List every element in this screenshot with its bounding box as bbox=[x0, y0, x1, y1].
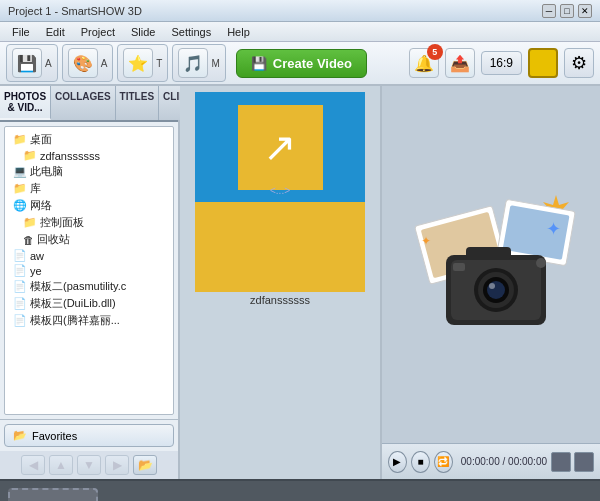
tab-titles[interactable]: TITLES bbox=[116, 86, 159, 120]
svg-text:✦: ✦ bbox=[546, 219, 561, 239]
notification-area: 🔔 5 bbox=[409, 48, 439, 78]
arrow-up-icon: ↗ bbox=[263, 124, 297, 170]
collage-yellow-box: ↗ bbox=[238, 105, 323, 190]
tool-group-2: 🎨 A bbox=[62, 44, 114, 82]
preview-panel: ✦ ✦ ▶ ■ 🔁 00:00:00 / 00:00:00 bbox=[380, 86, 600, 479]
play-button[interactable]: ▶ bbox=[388, 451, 407, 473]
center-panel: ↗ <...> zdfanssssss bbox=[180, 86, 380, 479]
collages-area: ↗ <...> zdfanssssss bbox=[180, 86, 380, 479]
maximize-button[interactable]: □ bbox=[560, 4, 574, 18]
minimize-button[interactable]: ─ bbox=[542, 4, 556, 18]
computer-icon: 💻 bbox=[13, 165, 27, 178]
toolbar: 💾 A 🎨 A ⭐ T 🎵 M 💾 Create Video 🔔 5 📤 16:… bbox=[0, 42, 600, 86]
playback-bar: ▶ ■ 🔁 00:00:00 / 00:00:00 bbox=[382, 443, 600, 479]
nav-right-button[interactable]: ▶ bbox=[105, 455, 129, 475]
file-tree[interactable]: 📁 桌面 📁 zdfanssssss 💻 此电脑 📁 库 🌐 网络 📁 bbox=[4, 126, 174, 415]
tool-music-button[interactable]: 🎵 bbox=[178, 48, 208, 78]
folder-icon: 📁 bbox=[13, 133, 27, 146]
collage-label: zdfanssssss bbox=[250, 292, 310, 308]
screen-btn-2[interactable] bbox=[574, 452, 594, 472]
tree-item-ye[interactable]: 📄 ye bbox=[9, 263, 169, 278]
favorites-label: Favorites bbox=[32, 430, 77, 442]
screen-buttons bbox=[551, 452, 594, 472]
tool-label-m: M bbox=[211, 58, 219, 69]
nav-up-button[interactable]: ▲ bbox=[49, 455, 73, 475]
create-video-label: Create Video bbox=[273, 56, 352, 71]
tree-item-template2[interactable]: 📄 模板二(pasmutility.c bbox=[9, 278, 169, 295]
favorites-button[interactable]: 📂 Favorites bbox=[4, 424, 174, 447]
folder-icon: 📁 bbox=[13, 182, 27, 195]
file-icon: 📄 bbox=[13, 314, 27, 327]
stop-button[interactable]: ■ bbox=[411, 451, 430, 473]
tab-collages[interactable]: COLLAGES bbox=[51, 86, 116, 120]
menu-file[interactable]: File bbox=[4, 24, 38, 40]
tool-group-1: 💾 A bbox=[6, 44, 58, 82]
color-button[interactable] bbox=[528, 48, 558, 78]
tool-save-button[interactable]: 💾 bbox=[12, 48, 42, 78]
tree-item-desktop[interactable]: 📁 桌面 bbox=[9, 131, 169, 148]
time-display: 00:00:00 / 00:00:00 bbox=[461, 456, 547, 467]
tree-item-recycle[interactable]: 🗑 回收站 bbox=[9, 231, 169, 248]
menu-slide[interactable]: Slide bbox=[123, 24, 163, 40]
collage-bottom-part bbox=[195, 202, 365, 292]
menu-edit[interactable]: Edit bbox=[38, 24, 73, 40]
file-icon: 📄 bbox=[13, 280, 27, 293]
tree-item-template3[interactable]: 📄 模板三(DuiLib.dll) bbox=[9, 295, 169, 312]
tree-item-zdfan[interactable]: 📁 zdfanssssss bbox=[9, 148, 169, 163]
create-video-button[interactable]: 💾 Create Video bbox=[236, 49, 367, 78]
tool-label-a2: A bbox=[101, 58, 108, 69]
tab-bar: PHOTOS & VID... COLLAGES TITLES CLIPS bbox=[0, 86, 178, 122]
camera-illustration: ✦ ✦ bbox=[391, 185, 591, 345]
favorites-bar: 📂 Favorites bbox=[0, 419, 178, 451]
tree-item-library[interactable]: 📁 库 bbox=[9, 180, 169, 197]
svg-point-12 bbox=[487, 281, 505, 299]
tool-star-button[interactable]: ⭐ bbox=[123, 48, 153, 78]
tree-item-computer[interactable]: 💻 此电脑 bbox=[9, 163, 169, 180]
svg-rect-15 bbox=[453, 263, 465, 271]
save-icon: 💾 bbox=[251, 56, 267, 71]
title-bar: Project 1 - SmartSHOW 3D ─ □ ✕ bbox=[0, 0, 600, 22]
svg-rect-14 bbox=[466, 247, 511, 259]
tool-label-a1: A bbox=[45, 58, 52, 69]
window-title: Project 1 - SmartSHOW 3D bbox=[8, 5, 142, 17]
nav-left-button[interactable]: ◀ bbox=[21, 455, 45, 475]
tree-item-control-panel[interactable]: 📁 控制面板 bbox=[9, 214, 169, 231]
tool-label-t: T bbox=[156, 58, 162, 69]
folder-icon: 📁 bbox=[23, 216, 37, 229]
tool-paint-button[interactable]: 🎨 bbox=[68, 48, 98, 78]
tool-group-4: 🎵 M bbox=[172, 44, 225, 82]
close-button[interactable]: ✕ bbox=[578, 4, 592, 18]
notification-badge: 5 bbox=[427, 44, 443, 60]
nav-down-button[interactable]: ▼ bbox=[77, 455, 101, 475]
svg-point-16 bbox=[536, 258, 546, 268]
filmstrip: 🖼 Add Photo bbox=[0, 479, 600, 501]
menu-project[interactable]: Project bbox=[73, 24, 123, 40]
nav-folder-button[interactable]: 📂 bbox=[133, 455, 157, 475]
favorites-icon: 📂 bbox=[13, 429, 27, 442]
menu-settings[interactable]: Settings bbox=[163, 24, 219, 40]
main-content: PHOTOS & VID... COLLAGES TITLES CLIPS 📁 … bbox=[0, 86, 600, 479]
file-icon: 📄 bbox=[13, 249, 27, 262]
share-button[interactable]: 📤 bbox=[445, 48, 475, 78]
tree-item-aw[interactable]: 📄 aw bbox=[9, 248, 169, 263]
tab-photos[interactable]: PHOTOS & VID... bbox=[0, 86, 51, 120]
network-icon: 🌐 bbox=[13, 199, 27, 212]
tree-item-network[interactable]: 🌐 网络 bbox=[9, 197, 169, 214]
add-photo-button[interactable]: 🖼 Add Photo bbox=[8, 488, 98, 501]
menu-help[interactable]: Help bbox=[219, 24, 258, 40]
left-panel: PHOTOS & VID... COLLAGES TITLES CLIPS 📁 … bbox=[0, 86, 180, 479]
collage-item-1[interactable]: ↗ <...> zdfanssssss bbox=[186, 92, 374, 308]
tree-item-template4[interactable]: 📄 模板四(腾祥嘉丽... bbox=[9, 312, 169, 329]
screen-btn-1[interactable] bbox=[551, 452, 571, 472]
folder-icon: 📁 bbox=[23, 149, 37, 162]
settings-button[interactable]: ⚙ bbox=[564, 48, 594, 78]
svg-text:✦: ✦ bbox=[421, 234, 431, 248]
loop-button[interactable]: 🔁 bbox=[434, 451, 453, 473]
svg-point-13 bbox=[489, 283, 495, 289]
collage-top-part: ↗ <...> bbox=[195, 92, 365, 202]
file-icon: 📄 bbox=[13, 297, 27, 310]
tool-group-3: ⭐ T bbox=[117, 44, 168, 82]
ratio-button[interactable]: 16:9 bbox=[481, 51, 522, 75]
file-icon: 📄 bbox=[13, 264, 27, 277]
menu-bar: File Edit Project Slide Settings Help bbox=[0, 22, 600, 42]
